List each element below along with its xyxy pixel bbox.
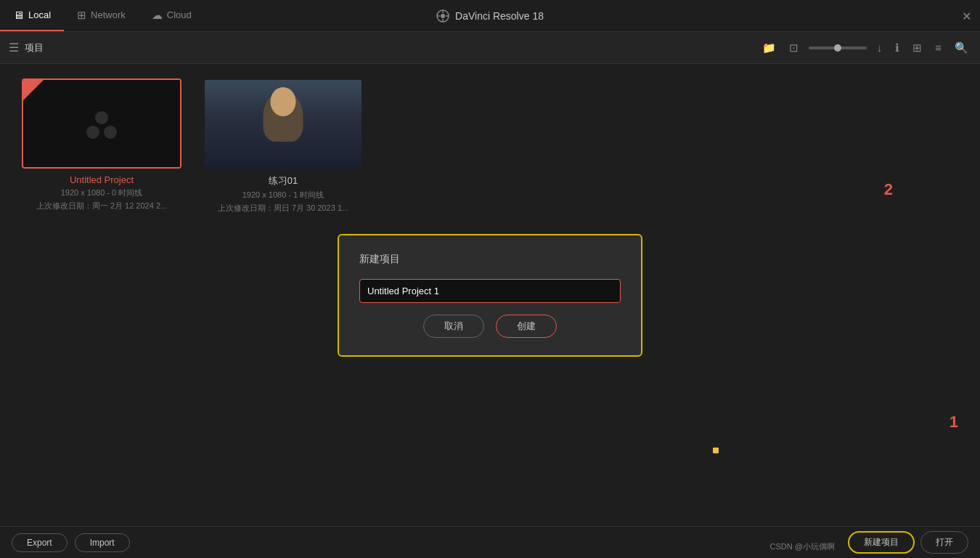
selected-corner-indicator [23, 80, 44, 100]
project-resolve-logo-icon [80, 102, 123, 145]
annotation-label-1: 1 [950, 413, 958, 432]
main-content: Untitled Project 1920 x 1080 - 0 时间线 上次修… [0, 64, 980, 526]
project-info-practice01-2: 上次修改日期：周日 7月 30 2023 1... [218, 203, 348, 214]
toolbar: ☰ 项目 📁 ⊡ ↓ ℹ ⊞ ≡ 🔍 [0, 32, 980, 64]
new-project-button[interactable]: 新建项目 [848, 531, 915, 554]
toolbar-left: ☰ 项目 [9, 41, 754, 54]
tab-cloud[interactable]: ☁ Cloud [139, 0, 205, 31]
annotation-label-2: 2 [884, 180, 893, 199]
cloud-icon: ☁ [152, 9, 163, 22]
project-default-bg [23, 80, 180, 167]
menu-icon[interactable]: ☰ [9, 41, 19, 54]
new-project-dialog: 新建项目 取消 创建 [338, 234, 642, 357]
project-name-practice01: 练习01 [269, 174, 298, 187]
watermark: CSDN @小玩偶啊 [770, 541, 835, 552]
dialog-cancel-button[interactable]: 取消 [423, 315, 484, 338]
app-title: DaVinci Resolve 18 [455, 10, 544, 22]
tab-network-label: Network [91, 9, 126, 20]
bottom-right-buttons: 新建项目 打开 [848, 531, 968, 554]
tab-network[interactable]: ⊞ Network [64, 0, 139, 31]
svg-point-6 [95, 111, 108, 124]
resolve-logo-icon [436, 9, 449, 23]
network-icon: ⊞ [77, 9, 86, 22]
info-icon[interactable]: ℹ [892, 40, 902, 56]
svg-point-1 [441, 14, 445, 18]
export-button[interactable]: Export [12, 533, 68, 552]
project-info-untitled-2: 上次修改日期：周一 2月 12 2024 2... [36, 201, 167, 211]
toolbar-section-title: 项目 [25, 41, 44, 54]
list-icon[interactable]: ≡ [932, 40, 944, 55]
local-icon: 🖥 [13, 9, 24, 21]
project-info-untitled-1: 1920 x 1080 - 0 时间线 [61, 187, 143, 198]
sort-icon[interactable]: ↓ [874, 40, 886, 55]
close-button[interactable]: ✕ [962, 9, 971, 23]
project-item-practice01: 练习01 1920 x 1080 - 1 时间线 上次修改日期：周日 7月 30… [203, 78, 363, 214]
zoom-slider-container [809, 46, 867, 49]
tab-local-label: Local [28, 9, 51, 20]
zoom-slider[interactable] [809, 46, 867, 49]
tab-local[interactable]: 🖥 Local [0, 0, 64, 31]
project-item-untitled: Untitled Project 1920 x 1080 - 0 时间线 上次修… [22, 78, 181, 214]
project-info-practice01-1: 1920 x 1080 - 1 时间线 [242, 190, 324, 201]
project-name-untitled: Untitled Project [70, 174, 134, 185]
projects-grid: Untitled Project 1920 x 1080 - 0 时间线 上次修… [22, 78, 958, 214]
svg-point-7 [86, 126, 99, 139]
import-button[interactable]: Import [75, 533, 130, 552]
dialog-title: 新建项目 [359, 253, 621, 266]
view-mode-icon[interactable]: ⊡ [786, 40, 801, 56]
slider-thumb [834, 44, 841, 52]
project-thumbnail-untitled[interactable] [22, 78, 181, 169]
new-project-name-input[interactable] [359, 279, 621, 303]
project-thumbnail-practice01[interactable] [203, 78, 363, 169]
titlebar: 🖥 Local ⊞ Network ☁ Cloud DaVinci Resolv… [0, 0, 980, 32]
svg-point-8 [104, 126, 117, 139]
titlebar-tabs: 🖥 Local ⊞ Network ☁ Cloud [0, 0, 205, 31]
app-title-area: DaVinci Resolve 18 [436, 9, 544, 23]
dialog-create-button[interactable]: 创建 [496, 315, 557, 338]
annotation-dot [713, 448, 719, 453]
toolbar-right: 📁 ⊡ ↓ ℹ ⊞ ≡ 🔍 [759, 40, 971, 56]
search-icon[interactable]: 🔍 [952, 40, 971, 56]
dialog-button-group: 取消 创建 [359, 315, 621, 338]
open-project-button[interactable]: 打开 [920, 531, 968, 554]
folder-icon[interactable]: 📁 [759, 40, 779, 56]
project-photo-bg [205, 80, 362, 167]
grid-icon[interactable]: ⊞ [910, 40, 925, 56]
bottom-left-buttons: Export Import [12, 533, 130, 552]
tab-cloud-label: Cloud [167, 9, 192, 20]
